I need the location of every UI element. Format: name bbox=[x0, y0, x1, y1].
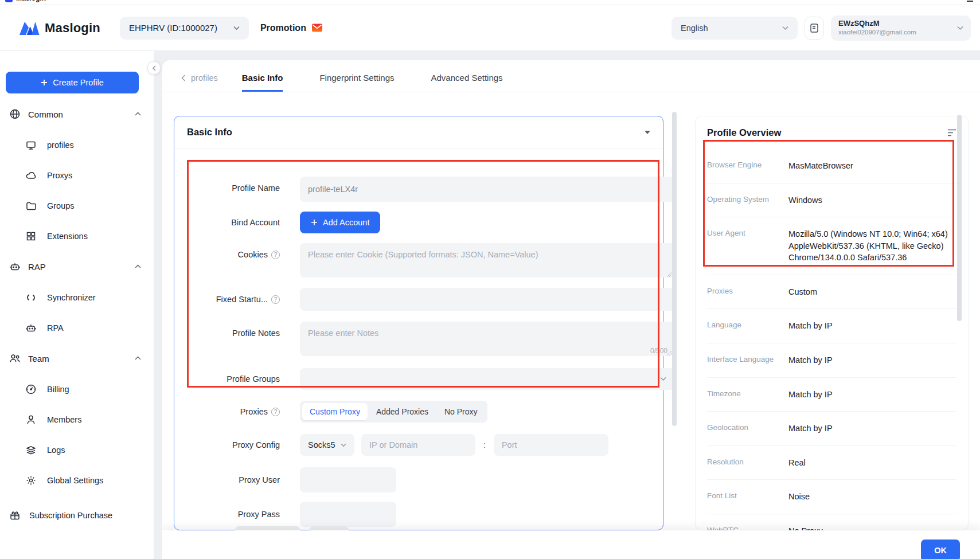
profile-overview-title: Profile Overview bbox=[707, 127, 781, 138]
profile-groups-select[interactable] bbox=[300, 368, 674, 390]
proxy-pass-label: Proxy Pass bbox=[238, 510, 280, 519]
extensions-grid-icon bbox=[25, 230, 37, 242]
form-row-profile-notes: Profile Notes 0/500 bbox=[194, 322, 663, 358]
robot-icon bbox=[9, 261, 21, 272]
sidebar-item-groups[interactable]: Groups bbox=[0, 190, 154, 221]
sidebar-section-common[interactable]: Common bbox=[0, 99, 154, 130]
titlebar-app-name: Maslogin bbox=[16, 0, 46, 2]
chevron-down-icon bbox=[782, 26, 788, 30]
sidebar-item-rpa[interactable]: RPA bbox=[0, 312, 154, 343]
collapse-caret-icon[interactable] bbox=[645, 131, 650, 134]
basic-info-form: Profile Name Bind Account Add Account bbox=[174, 148, 663, 527]
chevron-down-icon bbox=[660, 377, 666, 381]
sidebar-section-rap[interactable]: RAP bbox=[0, 251, 154, 282]
window-titlebar: Maslogin bbox=[0, 0, 980, 5]
breadcrumb-back-profiles[interactable]: profiles bbox=[181, 73, 218, 92]
tab-advanced-settings[interactable]: Advanced Settings bbox=[431, 73, 503, 92]
proxy-user-input[interactable] bbox=[300, 467, 396, 492]
maslogin-logo-icon bbox=[19, 20, 40, 36]
chevron-down-icon bbox=[957, 26, 963, 30]
sidebar-item-subscription-purchase[interactable]: Subscription Purchase bbox=[0, 500, 154, 530]
sidebar-nav: Common profiles Proxys Groups Extensions bbox=[0, 99, 154, 530]
form-row-profile-groups: Profile Groups bbox=[194, 368, 663, 390]
proxy-user-label: Proxy User bbox=[239, 475, 280, 484]
add-account-button[interactable]: Add Account bbox=[300, 212, 380, 233]
list-settings-icon[interactable] bbox=[947, 129, 956, 136]
workspace-selector[interactable]: EHPHRV (ID:1000027) bbox=[120, 17, 249, 40]
tab-fingerprint-settings[interactable]: Fingerprint Settings bbox=[319, 73, 394, 92]
robot-icon bbox=[25, 322, 37, 334]
tab-basic-info[interactable]: Basic Info bbox=[242, 73, 283, 92]
user-account-menu[interactable]: EWzSQhzM xiaofei020907@gmail.com bbox=[831, 15, 971, 41]
profile-name-input[interactable] bbox=[300, 177, 674, 202]
profile-notes-textarea[interactable] bbox=[300, 322, 674, 356]
document-icon bbox=[810, 24, 818, 33]
user-name: EWzSQhzM bbox=[838, 19, 951, 28]
plus-icon bbox=[311, 219, 318, 226]
docs-button[interactable] bbox=[805, 17, 824, 40]
cookies-textarea[interactable] bbox=[300, 243, 674, 277]
brand: Maslogin bbox=[19, 20, 100, 36]
sidebar-item-members[interactable]: Members bbox=[0, 404, 154, 435]
sidebar-item-label: Synchronizer bbox=[47, 293, 96, 302]
fixed-startup-label: Fixed Startu... bbox=[216, 295, 268, 304]
billing-gauge-icon bbox=[25, 384, 37, 395]
help-icon[interactable] bbox=[271, 251, 280, 259]
fixed-startup-input[interactable] bbox=[300, 288, 674, 311]
sidebar-item-label: Proxys bbox=[47, 171, 72, 180]
sidebar-section-team[interactable]: Team bbox=[0, 343, 154, 374]
proxy-ip-input[interactable] bbox=[361, 434, 475, 456]
form-row-cookies: Cookies bbox=[194, 243, 663, 280]
language-selector[interactable]: English bbox=[671, 17, 798, 40]
promotion-link[interactable]: Promotion bbox=[260, 23, 323, 33]
form-row-proxy-pass: Proxy Pass bbox=[194, 502, 663, 527]
gear-icon bbox=[25, 475, 37, 486]
sidebar-item-label: RPA bbox=[47, 323, 64, 333]
sync-icon bbox=[25, 292, 37, 303]
sidebar-item-label: Members bbox=[47, 415, 81, 424]
profile-notes-label: Profile Notes bbox=[232, 329, 280, 338]
sidebar-item-proxys[interactable]: Proxys bbox=[0, 160, 154, 190]
sidebar-item-profiles[interactable]: profiles bbox=[0, 130, 154, 160]
chevron-left-icon bbox=[152, 65, 157, 71]
sidebar-collapse-button[interactable] bbox=[147, 61, 161, 75]
section-label: Team bbox=[28, 354, 49, 363]
sidebar-item-label: Subscription Purchase bbox=[29, 511, 112, 520]
tab-bar: profiles Basic Info Fingerprint Settings… bbox=[162, 60, 980, 92]
proxy-mode-custom-proxy[interactable]: Custom Proxy bbox=[302, 403, 368, 420]
ok-button[interactable]: OK bbox=[921, 540, 960, 559]
workspace-label: EHPHRV (ID:1000027) bbox=[129, 23, 217, 33]
form-row-proxy-user: Proxy User bbox=[194, 467, 663, 492]
proxy-mode-added-proxies[interactable]: Added Proxies bbox=[369, 403, 436, 420]
help-icon[interactable] bbox=[271, 408, 280, 416]
sidebar-item-logs[interactable]: Logs bbox=[0, 435, 154, 465]
proxy-protocol-value: Socks5 bbox=[308, 440, 335, 449]
create-profile-button[interactable]: Create Profile bbox=[6, 72, 139, 93]
footer-bar: OK bbox=[162, 530, 980, 559]
proxy-pass-input[interactable] bbox=[300, 502, 396, 527]
overview-scrollbar[interactable] bbox=[957, 115, 962, 321]
layers-icon bbox=[25, 444, 37, 456]
sidebar-item-extensions[interactable]: Extensions bbox=[0, 221, 154, 251]
chevron-down-icon bbox=[233, 26, 240, 30]
minimize-icon[interactable] bbox=[967, 1, 973, 2]
sidebar-item-synchronizer[interactable]: Synchronizer bbox=[0, 282, 154, 312]
sidebar-item-billing[interactable]: Billing bbox=[0, 374, 154, 404]
proxy-mode-no-proxy[interactable]: No Proxy bbox=[437, 403, 485, 420]
basic-info-title: Basic Info bbox=[187, 127, 232, 138]
proxy-protocol-select[interactable]: Socks5 bbox=[300, 434, 354, 456]
overview-row-resolution: Resolution Real bbox=[707, 446, 956, 480]
sidebar-item-global-settings[interactable]: Global Settings bbox=[0, 465, 154, 495]
section-label: RAP bbox=[28, 262, 46, 272]
proxy-port-input[interactable] bbox=[494, 434, 608, 456]
proxy-separator: : bbox=[483, 440, 486, 449]
language-label: English bbox=[681, 24, 708, 33]
sidebar-item-label: Logs bbox=[47, 445, 65, 455]
profile-overview-header: Profile Overview bbox=[696, 116, 968, 149]
overview-row-timezone: Timezone Match by IP bbox=[707, 378, 956, 412]
help-icon[interactable] bbox=[271, 295, 280, 304]
main-scrollbar[interactable] bbox=[672, 112, 677, 426]
overview-row-operating-system: Operating System Windows bbox=[707, 183, 956, 218]
create-profile-label: Create Profile bbox=[53, 78, 104, 87]
sidebar-item-label: Global Settings bbox=[47, 476, 103, 485]
